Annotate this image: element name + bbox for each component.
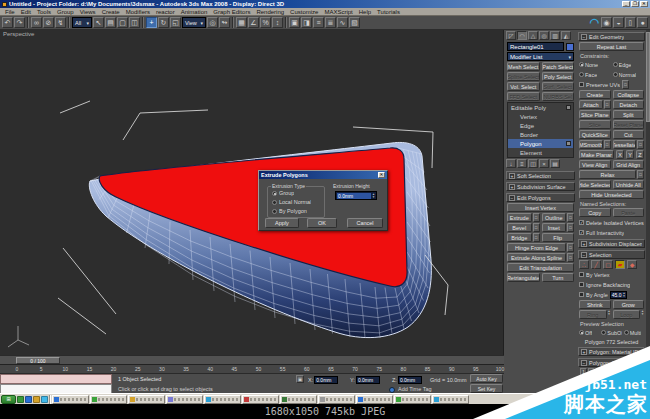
tab-display-icon[interactable]: ▥	[550, 31, 560, 40]
none-radio[interactable]: None	[579, 62, 611, 68]
quick-launch-icon[interactable]	[33, 396, 40, 403]
subobj-radio[interactable]: SubObj	[601, 330, 621, 336]
view-align-button[interactable]: View Align	[579, 160, 611, 169]
taskbar-window-button[interactable]	[432, 395, 469, 404]
time-slider[interactable]: 0 / 100	[0, 355, 504, 364]
rectangular-selection-region-icon[interactable]: ▢	[117, 17, 128, 28]
rollout-soft-selection[interactable]: +Soft Selection	[506, 171, 575, 180]
hinge-from-edge-settings-button[interactable]: □	[567, 243, 574, 252]
subobject-vertex-icon[interactable]: ∴	[579, 260, 589, 269]
relax-settings-button[interactable]: □	[637, 170, 644, 179]
by-vertex-checkbox[interactable]	[579, 272, 584, 277]
delete-isolated-vertices-checkbox[interactable]: ✓	[579, 220, 584, 225]
menu-help[interactable]: Help	[356, 9, 374, 15]
menu-tutorials[interactable]: Tutorials	[374, 9, 403, 15]
extrude-settings-button[interactable]: □	[533, 213, 540, 222]
menu-rendering[interactable]: Rendering	[253, 9, 287, 15]
selection-lock-icon[interactable]: ▣	[296, 375, 304, 383]
add-time-tag[interactable]: Add Time Tag	[398, 386, 432, 392]
scrollbar-thumb[interactable]	[646, 32, 650, 122]
normal-radio[interactable]: Normal	[613, 72, 645, 78]
copy-button[interactable]: Copy	[579, 208, 611, 217]
inset-button[interactable]: Inset	[542, 223, 567, 232]
subobject-polygon-icon[interactable]: ▰	[615, 260, 625, 269]
rollout-subdivision-displacement[interactable]: +Subdivision Displacement	[578, 239, 645, 248]
mesh-select-button[interactable]: Mesh Select	[507, 62, 540, 71]
x-coordinate-field[interactable]: X: 0.0mm	[308, 375, 338, 384]
edge-radio[interactable]: Edge	[613, 62, 645, 68]
tab-create-icon[interactable]: ◸	[506, 31, 516, 40]
make-planar-z-button[interactable]: Z	[636, 150, 644, 159]
msmooth-settings-button[interactable]: □	[604, 140, 611, 149]
angle-snap-icon[interactable]: ∠	[248, 17, 259, 28]
unhide-all-button[interactable]: Unhide All	[613, 180, 645, 189]
y-coordinate-field[interactable]: Y: 0.0mm	[350, 375, 380, 384]
select-and-move-icon[interactable]: +	[146, 17, 157, 28]
ignore-backfacing-checkbox[interactable]	[579, 282, 584, 287]
dialog-close-icon[interactable]: ✕	[378, 172, 385, 178]
bridge-settings-button[interactable]: □	[533, 233, 540, 242]
stack-item-border[interactable]: Border	[508, 130, 573, 139]
edit-named-selection-sets-icon[interactable]: ▣	[289, 17, 300, 28]
menu-customize[interactable]: Customize	[287, 9, 321, 15]
extrude-along-spline-button[interactable]: Extrude Along Spline	[507, 253, 566, 262]
render-setup-icon[interactable]: ◒	[613, 17, 624, 28]
autodesk-logo-icon[interactable]: ◠	[589, 17, 600, 28]
bridge-button[interactable]: Bridge	[507, 233, 532, 242]
select-by-name-icon[interactable]: ▤	[105, 17, 116, 28]
extrude-button[interactable]: Extrude	[507, 213, 532, 222]
taskbar-window-button[interactable]	[128, 395, 165, 404]
group-radio[interactable]: Group	[272, 190, 324, 196]
detach-button[interactable]: Detach	[613, 100, 645, 109]
object-name-field[interactable]: Rectangle01	[507, 42, 564, 51]
rollout-selection[interactable]: −Selection	[578, 250, 645, 259]
collapse-icon[interactable]: −	[581, 252, 587, 258]
select-and-rotate-icon[interactable]: ↻	[158, 17, 169, 28]
make-planar-y-button[interactable]: Y	[626, 150, 634, 159]
taskbar-window-button[interactable]	[204, 395, 241, 404]
dialog-title-bar[interactable]: Extrude Polygons ✕	[259, 171, 387, 179]
quick-render-icon[interactable]: ●	[637, 17, 648, 28]
use-pivot-point-center-icon[interactable]: ◎	[207, 17, 218, 28]
edit-triangulation-button[interactable]: Edit Triangulation	[507, 263, 574, 272]
menu-reactor[interactable]: reactor	[153, 9, 178, 15]
subobject-border-icon[interactable]: ▢	[603, 260, 613, 269]
perspective-viewport[interactable]: Perspective	[0, 30, 504, 355]
collapse-icon[interactable]: −	[581, 34, 587, 40]
quickslice-button[interactable]: QuickSlice	[579, 130, 611, 139]
selection-filter-dropdown[interactable]: All▾	[72, 17, 92, 28]
taskbar-window-button[interactable]	[318, 395, 355, 404]
select-and-manipulate-icon[interactable]: ↬	[219, 17, 230, 28]
menu-create[interactable]: Create	[99, 9, 123, 15]
pin-stack-icon[interactable]: ↓	[506, 159, 516, 168]
face-radio[interactable]: Face	[579, 72, 611, 78]
window-crossing-icon[interactable]: ◫	[129, 17, 140, 28]
modifier-list-dropdown[interactable]: Modifier List▾	[507, 52, 574, 61]
shrink-button[interactable]: Shrink	[579, 300, 611, 309]
grid-align-button[interactable]: Grid Align	[613, 160, 645, 169]
subobject-edge-icon[interactable]: ╱	[591, 260, 601, 269]
material-editor-icon[interactable]: ◉	[601, 17, 612, 28]
quick-launch-icon[interactable]	[17, 396, 24, 403]
menu-edit[interactable]: Edit	[18, 9, 34, 15]
start-button[interactable]: ⊞	[1, 395, 16, 404]
menu-maxscript[interactable]: MAXScript	[321, 9, 355, 15]
tessellate-settings-button[interactable]: □	[637, 140, 644, 149]
spinner-snap-icon[interactable]: ↕	[272, 17, 283, 28]
taskbar-window-button[interactable]	[242, 395, 279, 404]
taskbar-window-button[interactable]	[356, 395, 393, 404]
stack-item-polygon[interactable]: Polygon	[508, 139, 573, 148]
preserve-uvs-checkbox[interactable]	[579, 82, 584, 87]
make-planar-button[interactable]: Make Planar	[579, 150, 614, 159]
taskbar-window-button[interactable]	[394, 395, 431, 404]
make-unique-icon[interactable]: ◫	[528, 159, 538, 168]
configure-modifier-sets-icon[interactable]: ▤	[550, 159, 560, 168]
undo-icon[interactable]: ↶	[2, 17, 13, 28]
flip-button[interactable]: Flip	[542, 233, 575, 242]
object-color-swatch[interactable]	[566, 43, 574, 51]
expand-icon[interactable]: +	[581, 241, 587, 247]
hide-selected-button[interactable]: Hide Selected	[579, 180, 611, 189]
tab-modify-icon[interactable]: ◠	[517, 31, 527, 40]
track-bar[interactable]: 0510152025303540455055606570758085909510…	[0, 364, 504, 373]
spinner-arrows-icon[interactable]: ▲▼	[608, 310, 611, 319]
